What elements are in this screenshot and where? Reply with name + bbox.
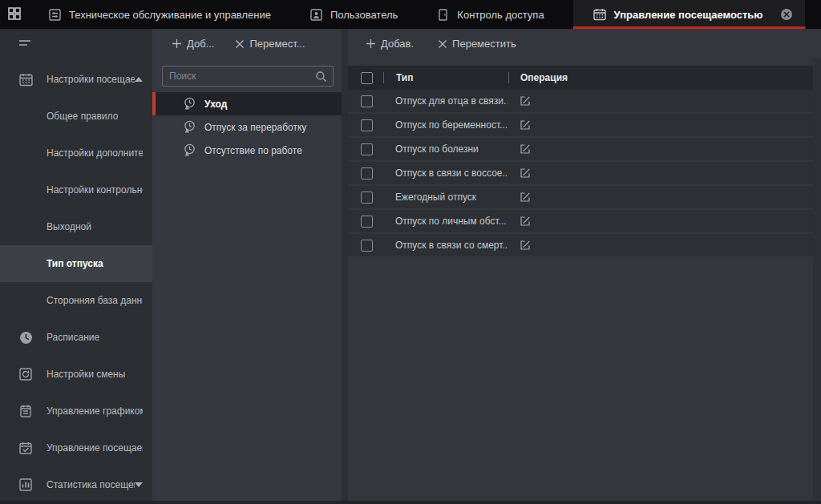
sidebar-item-label: Настройки дополнитель... bbox=[47, 147, 143, 159]
shift-settings-icon bbox=[18, 367, 34, 381]
sidebar-item-timetable[interactable]: Расписание bbox=[0, 319, 152, 356]
leave-group-label: Отсутствие по работе bbox=[204, 145, 302, 156]
edit-icon[interactable] bbox=[519, 215, 532, 228]
sidebar-item-additional-settings[interactable]: Настройки дополнитель... bbox=[0, 135, 152, 171]
row-checkbox[interactable] bbox=[361, 216, 373, 228]
move-button-label: Переместить bbox=[452, 38, 516, 50]
table-row: Отпуск по личным обст... bbox=[348, 210, 821, 234]
edit-icon[interactable] bbox=[519, 239, 532, 252]
sidebar-item-label: Общее правило bbox=[47, 111, 118, 122]
user-icon bbox=[309, 8, 323, 22]
leave-type-name: Отпуск для отца в связи... bbox=[383, 95, 508, 107]
row-checkbox[interactable] bbox=[361, 240, 373, 252]
tab-label: Управление посещаемостью bbox=[614, 9, 763, 21]
tab-user[interactable]: Пользователь bbox=[290, 0, 417, 29]
sidebar-item-checkpoint-settings[interactable]: Настройки контрольног... bbox=[0, 171, 152, 208]
sidebar-item-leave-type[interactable]: Тип отпуска bbox=[0, 245, 152, 282]
sidebar-item-attendance-settings[interactable]: Настройки посещае... bbox=[0, 61, 152, 98]
move-leave-group-button[interactable]: Перемест... bbox=[235, 38, 305, 50]
search-input[interactable] bbox=[169, 71, 315, 82]
select-all-checkbox[interactable] bbox=[361, 72, 373, 84]
attendance-management-app: Техническое обслуживание и управление По… bbox=[0, 0, 821, 504]
sidebar-item-label: Сторонняя база данных bbox=[47, 295, 143, 306]
row-checkbox[interactable] bbox=[361, 95, 373, 107]
sidebar-item-general-rule[interactable]: Общее правило bbox=[0, 98, 152, 135]
leave-clock-icon bbox=[183, 120, 196, 134]
tab-maintenance-management[interactable]: Техническое обслуживание и управление bbox=[29, 0, 290, 29]
tab-access-control[interactable]: Контроль доступа bbox=[417, 0, 563, 29]
topbar: Техническое обслуживание и управление По… bbox=[0, 0, 821, 29]
row-checkbox[interactable] bbox=[361, 167, 373, 179]
chevron-down-icon bbox=[135, 482, 143, 487]
sidebar-collapse-button[interactable] bbox=[0, 29, 152, 61]
leave-type-name: Отпуск по беременност... bbox=[383, 119, 508, 131]
row-checkbox[interactable] bbox=[361, 192, 373, 204]
sidebar-item-shift-schedule-management[interactable]: Управление графиком с... bbox=[0, 393, 152, 429]
sidebar-item-third-party-database[interactable]: Сторонняя база данных bbox=[0, 282, 152, 319]
edit-icon[interactable] bbox=[519, 191, 532, 204]
add-leave-group-button[interactable]: Доб... bbox=[172, 38, 214, 50]
add-leave-type-button[interactable]: Добав. bbox=[366, 38, 414, 50]
table-header: Тип Операция bbox=[348, 66, 821, 90]
leave-panel-toolbar: Доб... Перемест... bbox=[152, 29, 342, 58]
leave-type-name: Ежегодный отпуск bbox=[383, 192, 508, 203]
add-button-label: Доб... bbox=[187, 38, 214, 50]
leave-type-name: Отпуск по личным обст... bbox=[383, 216, 508, 227]
sidebar-item-shift-settings[interactable]: Настройки смены bbox=[0, 356, 152, 393]
app-grid-launcher-button[interactable] bbox=[0, 0, 29, 29]
calendar-icon bbox=[592, 7, 607, 22]
leave-group-item-overtime[interactable]: Отпуск за переработку bbox=[152, 115, 342, 139]
table-row: Отпуск в связи со смерт... bbox=[348, 234, 821, 258]
sidebar-item-label: Статистика посещен... bbox=[47, 479, 135, 490]
search-icon bbox=[315, 71, 327, 83]
calendar-grid-icon bbox=[18, 72, 34, 87]
leave-clock-icon bbox=[183, 143, 196, 157]
maintenance-icon bbox=[48, 8, 62, 22]
move-button-label: Перемест... bbox=[249, 38, 305, 50]
cross-icon bbox=[438, 39, 447, 49]
edit-icon[interactable] bbox=[519, 119, 532, 131]
grid-icon bbox=[7, 6, 22, 23]
leave-type-name: Отпуск в связи со смерт... bbox=[383, 240, 508, 251]
table-row: Отпуск в связи с воссое... bbox=[348, 162, 821, 186]
scrollbar-gutter[interactable] bbox=[813, 58, 821, 504]
hamburger-icon bbox=[18, 38, 32, 52]
sidebar-item-label: Тип отпуска bbox=[47, 258, 103, 269]
sidebar-item-attendance-statistics[interactable]: Статистика посещен... bbox=[0, 466, 152, 503]
sidebar-item-label: Управление посещаемос... bbox=[47, 442, 143, 454]
leave-group-label: Уход bbox=[204, 99, 227, 110]
sidebar-item-label: Настройки смены bbox=[47, 369, 125, 380]
sidebar-item-holiday[interactable]: Выходной bbox=[0, 208, 152, 245]
table-row: Отпуск по беременност... bbox=[348, 114, 821, 138]
main-area: Настройки посещае... Общее правило Настр… bbox=[0, 29, 821, 504]
edit-icon[interactable] bbox=[519, 95, 532, 107]
statistics-icon bbox=[18, 478, 34, 492]
leave-type-name: Отпуск по болезни bbox=[383, 143, 508, 155]
row-checkbox[interactable] bbox=[361, 143, 373, 155]
leave-group-item-absence[interactable]: Отсутствие по работе bbox=[152, 139, 342, 162]
table-toolbar: Добав. Переместить bbox=[348, 29, 821, 58]
sidebar-item-label: Настройки посещае... bbox=[47, 74, 135, 85]
clock-icon bbox=[18, 330, 34, 345]
move-leave-type-button[interactable]: Переместить bbox=[438, 38, 516, 50]
tab-attendance-management[interactable]: Управление посещаемостью bbox=[573, 0, 806, 29]
edit-icon[interactable] bbox=[519, 143, 532, 155]
tab-label: Техническое обслуживание и управление bbox=[69, 9, 271, 21]
edit-icon[interactable] bbox=[519, 167, 532, 179]
sidebar: Настройки посещае... Общее правило Настр… bbox=[0, 29, 152, 504]
panel-divider bbox=[342, 29, 348, 504]
add-button-label: Добав. bbox=[381, 38, 414, 50]
search-box bbox=[162, 66, 334, 87]
calendar-check-icon bbox=[18, 441, 34, 455]
leave-type-table: Тип Операция Отпуск для отца в связи... … bbox=[348, 66, 821, 258]
table-row: Отпуск для отца в связи... bbox=[348, 90, 821, 114]
row-checkbox[interactable] bbox=[361, 119, 373, 131]
column-header-type: Тип bbox=[384, 72, 508, 83]
leave-group-item-leaving[interactable]: Уход bbox=[152, 92, 342, 115]
sidebar-item-label: Настройки контрольног... bbox=[47, 184, 143, 196]
plus-icon bbox=[172, 38, 182, 49]
close-tab-button[interactable] bbox=[781, 9, 792, 20]
sidebar-item-attendance-handling[interactable]: Управление посещаемос... bbox=[0, 429, 152, 466]
sidebar-item-label: Управление графиком с... bbox=[47, 405, 143, 417]
table-row: Отпуск по болезни bbox=[348, 138, 821, 162]
